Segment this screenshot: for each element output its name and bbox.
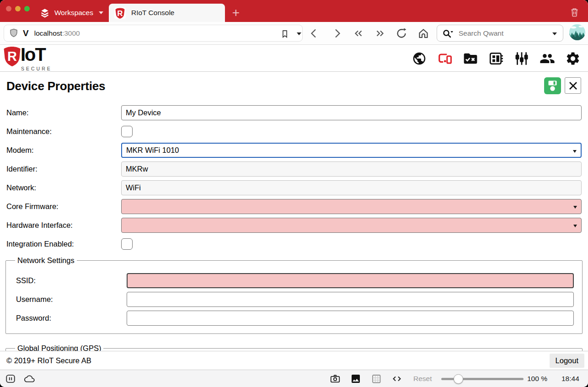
minimize-window-button[interactable] — [15, 6, 21, 11]
form-row-ssid: SSID: — [11, 273, 577, 288]
form-row-username: Username: — [11, 292, 577, 307]
status-bar: Reset 100 % 18:44 — [0, 370, 588, 387]
close-button[interactable] — [565, 77, 581, 94]
nav-tasks-button[interactable] — [463, 51, 478, 66]
url-text[interactable]: localhost:3000 — [34, 29, 80, 38]
name-label: Name: — [6, 108, 121, 117]
bookmark-caret-icon[interactable] — [297, 32, 301, 35]
users-icon — [540, 51, 555, 66]
svg-text:R: R — [117, 9, 123, 17]
sync-status-button[interactable] — [24, 373, 35, 384]
password-input[interactable] — [127, 311, 574, 326]
username-input[interactable] — [127, 292, 574, 307]
nav-devices-button[interactable] — [437, 51, 453, 66]
gps-legend: Global Positioning (GPS) — [15, 344, 103, 351]
url-host: localhost — [34, 29, 62, 37]
logo-text: IoT — [21, 44, 45, 65]
bookmark-icon[interactable] — [280, 29, 290, 39]
search-placeholder: Search Qwant — [459, 29, 503, 38]
nav-globe-button[interactable] — [412, 51, 427, 66]
trash-button[interactable] — [568, 6, 581, 20]
core-firmware-select[interactable] — [121, 199, 582, 214]
network-label: Network: — [6, 183, 121, 192]
logo-subtitle: SECURE — [21, 66, 52, 71]
trash-icon — [568, 6, 581, 18]
page-actions-image-button[interactable] — [350, 373, 361, 384]
zoom-reset-button[interactable]: Reset — [413, 375, 432, 383]
rewind-button[interactable] — [352, 27, 365, 40]
form-row-core-firmware: Core Firmware: — [6, 199, 582, 214]
traffic-lights — [6, 6, 30, 11]
nav-tuners-button[interactable] — [514, 51, 529, 66]
network-settings-fieldset: Network Settings SSID: Username: Passwor… — [5, 256, 583, 334]
form-row-password: Password: — [11, 311, 577, 326]
network-input[interactable]: WiFi — [121, 180, 582, 195]
username-label: Username: — [16, 295, 127, 304]
name-input[interactable]: My Device — [121, 105, 582, 120]
nav-settings-button[interactable] — [565, 51, 581, 66]
fast-forward-button[interactable] — [373, 27, 387, 40]
close-x-icon — [566, 78, 581, 93]
workspaces-label: Workspaces — [54, 9, 93, 17]
new-tab-button[interactable]: + — [228, 5, 244, 21]
zoom-slider-knob[interactable] — [454, 374, 463, 384]
back-button[interactable] — [307, 27, 321, 40]
save-floppy-icon — [544, 77, 561, 94]
capture-page-button[interactable] — [330, 373, 341, 384]
form-row-identifier: Identifier: MKRw — [6, 161, 582, 177]
folder-tasks-icon — [463, 51, 478, 66]
image-icon — [350, 373, 361, 384]
page-actions — [544, 77, 581, 94]
site-shield-icon[interactable] — [9, 28, 19, 39]
address-bar[interactable]: V localhost:3000 — [4, 25, 303, 42]
url-port: :3000 — [62, 29, 80, 37]
form-row-maintenance: Maintenance: — [6, 124, 582, 139]
tiling-toggle-button[interactable] — [371, 373, 382, 384]
integration-checkbox[interactable] — [121, 238, 133, 250]
code-icon — [391, 373, 402, 384]
workspaces-menu[interactable]: Workspaces — [39, 2, 103, 24]
vivaldi-v-icon[interactable]: V — [23, 28, 29, 38]
forward-button[interactable] — [330, 27, 344, 40]
maintenance-checkbox[interactable] — [121, 126, 133, 137]
board-icon — [488, 51, 504, 66]
browser-window: Workspaces R RIoT Console + — [0, 0, 588, 387]
logout-button[interactable]: Logout — [550, 354, 584, 368]
search-field[interactable]: Search Qwant — [437, 25, 563, 42]
panel-toggle-button[interactable] — [5, 373, 16, 384]
hardware-interface-label: Hardware Interface: — [6, 221, 121, 230]
page-content: Device Properties Name: My Device Mainte… — [0, 72, 588, 351]
reload-button[interactable] — [395, 27, 408, 40]
modem-select[interactable]: MKR WiFi 1010 — [121, 143, 582, 158]
profile-avatar[interactable] — [569, 24, 585, 40]
save-button[interactable] — [544, 77, 561, 94]
devices-icon — [437, 51, 453, 66]
maximize-window-button[interactable] — [24, 6, 30, 11]
browser-tab[interactable]: R RIoT Console — [109, 4, 225, 22]
tab-title: RIoT Console — [131, 9, 174, 17]
nav-users-button[interactable] — [540, 51, 555, 66]
grid-icon — [371, 373, 382, 384]
clock: 18:44 — [561, 375, 579, 383]
ssid-label: SSID: — [16, 276, 127, 285]
page-footer: © 2019+ RIoT Secure AB Logout — [0, 351, 588, 370]
globe-icon — [412, 51, 427, 66]
form-row-network: Network: WiFi — [6, 180, 582, 195]
close-window-button[interactable] — [6, 6, 11, 11]
identifier-input[interactable]: MKRw — [121, 161, 582, 177]
gps-fieldset: Global Positioning (GPS) — [5, 344, 583, 351]
form-row-hardware-interface: Hardware Interface: — [6, 218, 582, 233]
search-engine-caret-icon[interactable] — [552, 32, 557, 35]
hardware-interface-select[interactable] — [121, 218, 582, 233]
dev-tools-button[interactable] — [391, 373, 402, 384]
network-settings-legend: Network Settings — [15, 256, 77, 265]
modem-label: Modem: — [6, 146, 121, 155]
workspaces-caret-icon — [99, 11, 103, 14]
riot-secure-logo[interactable]: R IoT SECURE — [3, 46, 53, 71]
panel-icon — [5, 373, 16, 385]
cloud-icon — [24, 373, 35, 385]
home-button[interactable] — [417, 27, 430, 40]
nav-board-button[interactable] — [488, 51, 504, 66]
page-title: Device Properties — [6, 72, 582, 93]
ssid-input[interactable] — [127, 273, 574, 288]
